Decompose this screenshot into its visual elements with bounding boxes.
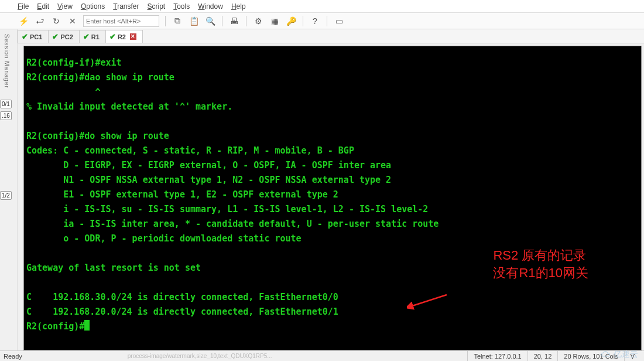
tab-label: PC2 xyxy=(60,33,73,40)
watermark: 亿速云 xyxy=(601,349,638,360)
terminal-cursor xyxy=(84,320,90,331)
menu-bar: File Edit View Options Transfer Script T… xyxy=(0,0,644,13)
help-icon[interactable]: ? xyxy=(309,15,321,27)
session-tab-bar: ✔ PC1 ✔ PC2 ✔ R1 ✔ R2 ✕ xyxy=(0,29,644,43)
tab-r2[interactable]: ✔ R2 ✕ xyxy=(105,30,143,43)
check-icon: ✔ xyxy=(52,32,59,41)
menu-tools[interactable]: Tools xyxy=(173,2,190,11)
close-icon[interactable]: ✕ xyxy=(130,33,136,40)
terminal-frame: R2(config-if)#exit R2(config)#dao show i… xyxy=(23,46,642,350)
quick-connect-icon[interactable]: ⮐ xyxy=(34,15,46,27)
menu-transfer[interactable]: Transfer xyxy=(113,2,139,11)
ghost-text: process-image/watermark,size_10,text_QDU… xyxy=(22,353,468,359)
tab-label: R2 xyxy=(118,33,126,40)
session-manager-label[interactable]: Session Manager xyxy=(0,29,13,93)
menu-edit[interactable]: Edit xyxy=(37,2,49,11)
session-icon[interactable]: ▦ xyxy=(269,15,280,27)
side-label-0-1: 0/1 xyxy=(0,100,12,108)
watermark-text: 亿速云 xyxy=(614,349,638,360)
toolbar: ⚡ ⮐ ↻ ✕ ⧉ 📋 🔍 🖶 ⚙ ▦ 🔑 ? ▭ xyxy=(0,13,644,29)
status-ready: Ready xyxy=(4,353,22,360)
side-label-16: .16 xyxy=(0,111,12,120)
menu-window[interactable]: Window xyxy=(198,2,223,11)
menu-options[interactable]: Options xyxy=(81,2,105,11)
tab-label: PC1 xyxy=(30,33,42,40)
tab-label: R1 xyxy=(91,33,100,40)
session-manager-panel: Session Manager 0/1 .16 1/2 xyxy=(0,29,18,350)
copy-icon[interactable]: ⧉ xyxy=(172,15,183,27)
menu-script[interactable]: Script xyxy=(148,2,166,11)
terminal[interactable]: R2(config-if)#exit R2(config)#dao show i… xyxy=(24,46,641,350)
settings-icon[interactable]: ⚙ xyxy=(252,15,264,27)
tab-pc2[interactable]: ✔ PC2 xyxy=(48,30,79,43)
window-icon[interactable]: ▭ xyxy=(333,15,345,27)
check-icon: ✔ xyxy=(109,32,116,41)
annotation-text: RS2 原有的记录 没有R1的10网关 xyxy=(493,247,588,282)
key-icon[interactable]: 🔑 xyxy=(285,15,297,27)
paste-icon[interactable]: 📋 xyxy=(188,15,200,27)
annotation-line1: RS2 原有的记录 xyxy=(493,247,588,264)
status-cursor: 20, 12 xyxy=(527,351,558,361)
side-label-1-2: 1/2 xyxy=(0,191,12,200)
status-bar: Ready process-image/watermark,size_10,te… xyxy=(0,350,644,361)
enter-host-input[interactable] xyxy=(83,15,159,27)
find-icon[interactable]: 🔍 xyxy=(204,15,216,27)
tab-pc1[interactable]: ✔ PC1 xyxy=(18,30,49,43)
menu-view[interactable]: View xyxy=(57,2,73,11)
reconnect-icon[interactable]: ↻ xyxy=(50,15,62,27)
cloud-icon xyxy=(601,350,611,359)
disconnect-icon[interactable]: ✕ xyxy=(67,15,78,27)
connect-icon[interactable]: ⚡ xyxy=(18,15,29,27)
menu-help[interactable]: Help xyxy=(231,2,246,11)
annotation-line2: 没有R1的10网关 xyxy=(493,264,588,282)
check-icon: ✔ xyxy=(22,32,28,41)
status-telnet: Telnet: 127.0.0.1 xyxy=(467,351,527,361)
check-icon: ✔ xyxy=(83,32,90,41)
tab-r1[interactable]: ✔ R1 xyxy=(79,30,106,43)
menu-file[interactable]: File xyxy=(18,2,29,11)
print-icon[interactable]: 🖶 xyxy=(228,15,240,27)
